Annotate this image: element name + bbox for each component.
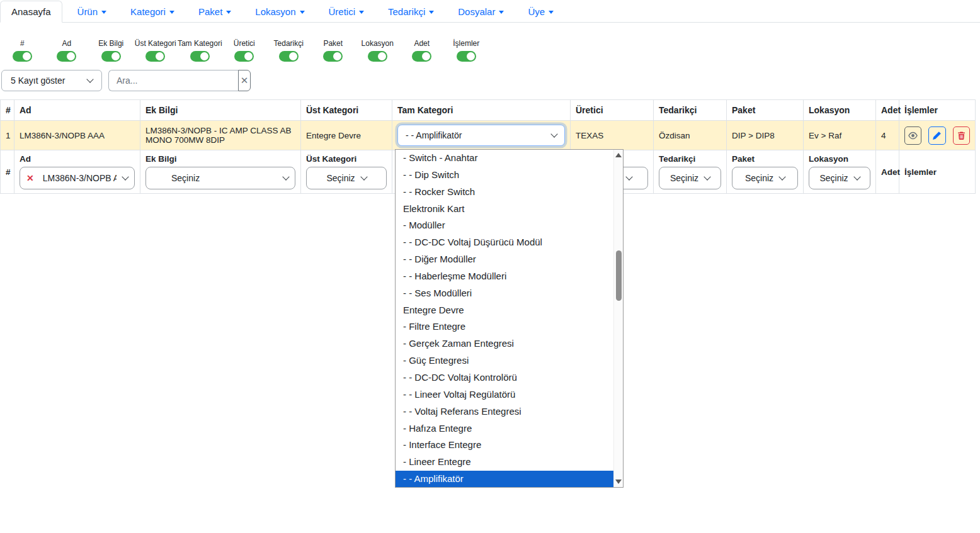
toggle-switch[interactable] <box>145 51 165 62</box>
toggle-label: # <box>20 39 25 48</box>
cell-ad: LM386N-3/NOPB AAA <box>14 121 140 150</box>
dropdown-option[interactable]: - - Ses Modülleri <box>396 285 613 302</box>
toggle-switch[interactable] <box>57 51 76 62</box>
chevron-down-icon <box>86 76 93 82</box>
toggle-label: Tedarikçi <box>274 39 304 48</box>
nav-item-label: Kategori <box>130 6 166 17</box>
filter-islemler: İşlemler <box>899 150 976 194</box>
filter-placeholder: Seçiniz <box>326 173 355 183</box>
dropdown-option[interactable]: - Filtre Entegre <box>396 318 613 335</box>
col-header-tam-kategori: Tam Kategori <box>392 100 571 121</box>
nav-item-label: Dosyalar <box>458 6 495 17</box>
dropdown-option[interactable]: Entegre Devre <box>396 302 613 319</box>
nav-item-kategori[interactable]: Kategori <box>122 1 183 22</box>
dropdown-option[interactable]: - - Haberleşme Modülleri <box>396 268 613 285</box>
ad-filter-select[interactable]: ✕ LM386N-3/NOPB AA <box>20 167 135 189</box>
dropdown-option[interactable]: - Interface Entegre <box>396 437 613 454</box>
dropdown-option[interactable]: - Hafıza Entegre <box>396 420 613 437</box>
chevron-down-icon <box>122 173 128 180</box>
paket-filter-select[interactable]: Seçiniz <box>732 167 798 189</box>
cell-uretici: TEXAS <box>571 121 654 150</box>
dropdown-option[interactable]: - Gerçek Zaman Entegresi <box>396 335 613 352</box>
nav-tab-anasayfa[interactable]: Anasayfa <box>0 1 62 23</box>
toggle-switch[interactable] <box>190 51 210 62</box>
filter-placeholder: Seçiniz <box>819 173 848 183</box>
lokasyon-filter-select[interactable]: Seçiniz <box>809 167 870 189</box>
switch-knob <box>200 52 208 60</box>
tedarikci-filter-select[interactable]: Seçiniz <box>659 167 721 189</box>
dropdown-option[interactable]: - - Voltaj Referans Entegresi <box>396 403 613 420</box>
cell-adet: 4 <box>876 121 899 150</box>
tam-kategori-select[interactable]: - - Amplifikatör <box>397 125 565 146</box>
dropdown-option[interactable]: - Modüller <box>396 217 613 234</box>
search-input[interactable] <box>108 70 238 91</box>
filter-lokasyon: Lokasyon Seçiniz <box>804 150 876 194</box>
view-button[interactable] <box>904 126 921 145</box>
edit-button[interactable] <box>928 126 945 145</box>
toggle-switch[interactable] <box>457 51 476 62</box>
toggle-lokasyon: Lokasyon <box>355 39 400 62</box>
nav-item-label: Tedarikçi <box>388 6 425 17</box>
dropdown-option[interactable]: - Switch - Anahtar <box>396 150 613 167</box>
clear-search-button[interactable]: ✕ <box>238 70 251 91</box>
nav-item-paket[interactable]: Paket <box>190 1 240 22</box>
col-header-islemler: İşlemler <box>899 100 976 121</box>
top-nav: Anasayfa Ürün Kategori Paket Lokasyon Ür… <box>0 0 980 23</box>
col-header-paket: Paket <box>727 100 804 121</box>
toggle-label: Paket <box>323 39 343 48</box>
dropdown-option-selected[interactable]: - - Amplifikatör <box>396 471 613 487</box>
toggle-switch[interactable] <box>368 51 387 62</box>
nav-item-dosyalar[interactable]: Dosyalar <box>449 1 513 22</box>
dropdown-option[interactable]: - - DC-DC Voltaj Düşürücü Modül <box>396 234 613 251</box>
switch-knob <box>333 52 341 60</box>
eye-icon <box>908 130 918 141</box>
toggle-tam-kategori: Tam Kategori <box>178 39 222 62</box>
page-size-select[interactable]: 5 Kayıt göster <box>1 70 102 91</box>
toggle-switch[interactable] <box>101 51 121 62</box>
dropdown-option[interactable]: - - Dip Switch <box>396 167 613 184</box>
toggle-switch[interactable] <box>13 51 32 62</box>
switch-knob <box>467 52 475 60</box>
nav-item-label: Üretici <box>329 6 356 17</box>
nav-item-tedarikci[interactable]: Tedarikçi <box>379 1 443 22</box>
toggle-switch[interactable] <box>279 51 299 62</box>
dropdown-option[interactable]: - - Rocker Switch <box>396 184 613 201</box>
scrollbar-thumb[interactable] <box>616 250 622 301</box>
list-controls: 5 Kayıt göster ✕ <box>0 70 980 91</box>
dropdown-option[interactable]: - Lineer Entegre <box>396 454 613 471</box>
ek-bilgi-filter-select[interactable]: Seçiniz <box>145 167 295 189</box>
category-option-list: - Switch - Anahtar - - Dip Switch - - Ro… <box>396 150 613 487</box>
filter-label-ad: Ad <box>20 154 135 164</box>
toggle-switch[interactable] <box>234 51 254 62</box>
nav-item-uye[interactable]: Üye <box>519 1 562 22</box>
toggle-switch[interactable] <box>323 51 343 62</box>
toggle-switch[interactable] <box>412 51 431 62</box>
dropdown-option[interactable]: - - Diğer Modüller <box>396 251 613 268</box>
header-row: # Ad Ek Bilgi Üst Kategori Tam Kategori … <box>1 100 976 121</box>
filter-paket: Paket Seçiniz <box>727 150 804 194</box>
col-header-uretici: Üretici <box>571 100 654 121</box>
dropdown-option[interactable]: - - Lineer Voltaj Regülatörü <box>396 386 613 403</box>
switch-knob <box>67 52 75 60</box>
dropdown-scrollbar[interactable] <box>613 150 623 487</box>
clear-filter-icon[interactable]: ✕ <box>26 173 34 183</box>
toggle-label: Ek Bilgi <box>98 39 123 48</box>
col-header-ad: Ad <box>14 100 140 121</box>
delete-button[interactable] <box>953 126 970 145</box>
dropdown-option[interactable]: - Güç Entegresi <box>396 352 613 369</box>
filter-placeholder: Seçiniz <box>745 173 773 183</box>
nav-item-lokasyon[interactable]: Lokasyon <box>246 1 313 22</box>
nav-item-uretici[interactable]: Üretici <box>320 1 373 22</box>
page-size-value: 5 Kayıt göster <box>11 76 65 86</box>
dropdown-option[interactable]: Elektronik Kart <box>396 201 613 218</box>
chevron-down-icon <box>499 11 504 14</box>
close-icon: ✕ <box>241 75 249 86</box>
col-header-tedarikci: Tedarikçi <box>654 100 727 121</box>
nav-item-urun[interactable]: Ürün <box>69 1 116 22</box>
dropdown-option[interactable]: - - DC-DC Voltaj Kontrolörü <box>396 369 613 386</box>
filter-ust-kategori: Üst Kategori Seçiniz <box>301 150 392 194</box>
ust-kategori-filter-select[interactable]: Seçiniz <box>306 167 387 189</box>
scroll-up-icon[interactable] <box>615 153 622 157</box>
scroll-down-icon[interactable] <box>615 480 622 484</box>
col-header-adet: Adet <box>876 100 899 121</box>
